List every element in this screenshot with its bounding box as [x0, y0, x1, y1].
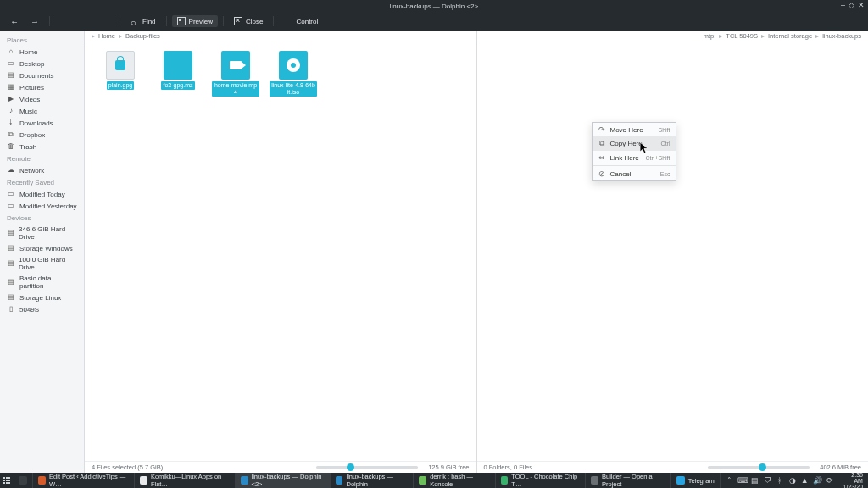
taskbar-task[interactable]: Edit Post ‹ AddictiveTips — W…: [33, 473, 135, 488]
taskbar-task[interactable]: derrik : bash — Konsole: [414, 473, 495, 488]
file-item[interactable]: fo3-gpg.mz: [154, 51, 202, 97]
sidebar-item[interactable]: ▤Basic data partition: [0, 273, 84, 291]
crumb[interactable]: TCL 5049S: [726, 32, 758, 40]
right-file-area[interactable]: ↷Move HereShift⧉Copy HereCtrl⇔Link HereC…: [477, 42, 869, 461]
left-file-grid[interactable]: plain.gpgfo3-gpg.mzhome-movie.mp4linux-l…: [85, 42, 476, 105]
sidebar-item-icon: ▯: [7, 305, 15, 313]
left-breadcrumb[interactable]: ▸ Home ▸ Backup-files: [85, 30, 476, 42]
sidebar-item-label: Network: [19, 167, 44, 175]
left-status-free: 125.9 GiB free: [428, 463, 469, 471]
file-type-icon: [221, 51, 250, 80]
sidebar-item[interactable]: ▯5049S: [0, 303, 84, 315]
sidebar-item[interactable]: ▤Storage Linux: [0, 291, 84, 303]
taskbar: Edit Post ‹ AddictiveTips — W…Komikku—Li…: [0, 473, 868, 488]
sidebar-item[interactable]: ▭Modified Yesterday: [0, 200, 84, 212]
sidebar-item-label: Trash: [19, 143, 36, 151]
close-pane-button[interactable]: Close: [229, 15, 268, 27]
menu-item[interactable]: ⇔Link HereCtrl+Shift: [593, 151, 676, 164]
task-label: Komikku—Linux Apps on Flat…: [151, 473, 230, 488]
taskbar-task[interactable]: TOOL - Chocolate Chip T…: [496, 473, 587, 488]
sidebar-item[interactable]: ▤Storage Windows: [0, 242, 84, 254]
sidebar-item[interactable]: ▭Desktop: [0, 58, 84, 69]
left-zoom-slider[interactable]: [316, 466, 418, 469]
control-menu-button[interactable]: Control: [279, 15, 323, 27]
crumb[interactable]: Backup-files: [125, 32, 160, 40]
menu-item-shortcut: Esc: [660, 171, 670, 177]
file-type-icon: [164, 51, 192, 80]
file-item[interactable]: home-movie.mp4: [212, 51, 259, 97]
file-label: fo3-gpg.mz: [161, 81, 194, 90]
chevron-up-icon[interactable]: ˄: [726, 476, 734, 485]
sidebar-item-label: Desktop: [19, 60, 44, 68]
sidebar-item[interactable]: ⭳Downloads: [0, 117, 84, 129]
task-app-icon: [241, 476, 248, 485]
taskbar-task[interactable]: Telegram: [671, 473, 721, 488]
crumb[interactable]: mtp:: [704, 32, 716, 40]
crumb[interactable]: Internal storage: [768, 32, 812, 40]
main-toolbar: Find Preview Close Control: [0, 12, 868, 30]
sidebar-item[interactable]: ⌂Home: [0, 46, 84, 58]
sidebar-item[interactable]: ▤346.6 GiB Hard Drive: [0, 224, 84, 242]
network-icon[interactable]: ▲: [800, 476, 809, 485]
bluetooth-icon[interactable]: ᚼ: [776, 476, 784, 485]
taskbar-task[interactable]: linux-backups — Dolphin: [331, 473, 415, 488]
taskbar-task[interactable]: linux-backups — Dolphin <2>: [236, 473, 331, 488]
crumb[interactable]: linux-backups: [822, 32, 861, 40]
file-item[interactable]: plain.gpg: [97, 51, 144, 97]
view-list-button[interactable]: [75, 15, 94, 27]
task-label: Edit Post ‹ AddictiveTips — W…: [49, 473, 129, 488]
view-grid-button[interactable]: [96, 15, 114, 27]
sidebar-item[interactable]: ▤Documents: [0, 69, 84, 81]
show-desktop-button[interactable]: [14, 473, 33, 488]
task-label: linux-backups — Dolphin: [346, 473, 408, 488]
sidebar-item[interactable]: ▦Pictures: [0, 81, 84, 93]
right-pane: mtp: ▸ TCL 5049S ▸ Internal storage ▸ li…: [477, 30, 869, 473]
sidebar-item[interactable]: ☁Network: [0, 164, 84, 176]
menu-item-icon: ⇔: [598, 153, 606, 162]
sidebar-item-icon: ▤: [7, 278, 15, 286]
window-titlebar: linux-backups — Dolphin <2> – ◇ ✕: [0, 0, 868, 12]
updates-icon[interactable]: ⟳: [826, 476, 834, 485]
keyboard-icon[interactable]: ⌨: [737, 476, 746, 485]
taskbar-clock[interactable]: 2:36 AM 1/23/20: [838, 472, 863, 489]
app-launcher-button[interactable]: [0, 473, 14, 488]
nav-forward-button[interactable]: [25, 15, 44, 27]
menu-item-cancel[interactable]: ⊘CancelEsc: [593, 167, 676, 180]
task-label: Builder — Open a Project: [602, 473, 665, 488]
menu-item[interactable]: ⧉Copy HereCtrl: [593, 136, 676, 151]
crumb[interactable]: Home: [98, 32, 115, 40]
maximize-icon[interactable]: ◇: [849, 2, 854, 9]
view-icons-button[interactable]: [55, 15, 74, 27]
close-window-icon[interactable]: ✕: [858, 2, 865, 9]
sidebar-item-icon: ▤: [7, 71, 15, 80]
sidebar-item-label: Modified Yesterday: [19, 202, 77, 210]
nav-back-button[interactable]: [5, 15, 24, 27]
sidebar-item[interactable]: ♪Music: [0, 105, 84, 117]
shield-icon[interactable]: ⛉: [763, 476, 771, 485]
sidebar-item[interactable]: ▶Videos: [0, 93, 84, 105]
preview-button[interactable]: Preview: [172, 15, 218, 27]
find-button[interactable]: Find: [125, 15, 161, 27]
sidebar-item[interactable]: ▭Modified Today: [0, 188, 84, 200]
minimize-icon[interactable]: –: [841, 2, 845, 9]
notifications-icon[interactable]: ◑: [788, 476, 797, 485]
menu-item[interactable]: ↷Move HereShift: [593, 123, 676, 136]
sidebar-item[interactable]: ▤100.0 GiB Hard Drive: [0, 254, 84, 273]
right-zoom-slider[interactable]: [708, 466, 810, 469]
menu-item-label: Move Here: [610, 126, 654, 134]
sidebar-item[interactable]: ⧉Dropbox: [0, 129, 84, 141]
menu-item-icon: ⧉: [598, 139, 606, 148]
clipboard-icon[interactable]: ▤: [750, 476, 759, 485]
taskbar-task[interactable]: Builder — Open a Project: [586, 473, 671, 488]
menu-item-shortcut: Ctrl: [661, 141, 670, 147]
volume-icon[interactable]: 🔊: [813, 476, 821, 485]
sidebar-item-label: Home: [19, 48, 37, 56]
arrow-left-icon: [10, 17, 19, 25]
menu-item-label: Link Here: [610, 154, 642, 162]
taskbar-task[interactable]: Komikku—Linux Apps on Flat…: [135, 473, 236, 488]
task-label: linux-backups — Dolphin <2>: [252, 473, 325, 488]
file-item[interactable]: linux-lite-4.8-64bit.iso: [270, 51, 317, 97]
sidebar-item[interactable]: 🗑Trash: [0, 141, 84, 152]
section-places: Places: [0, 34, 84, 46]
right-breadcrumb[interactable]: mtp: ▸ TCL 5049S ▸ Internal storage ▸ li…: [477, 30, 869, 42]
